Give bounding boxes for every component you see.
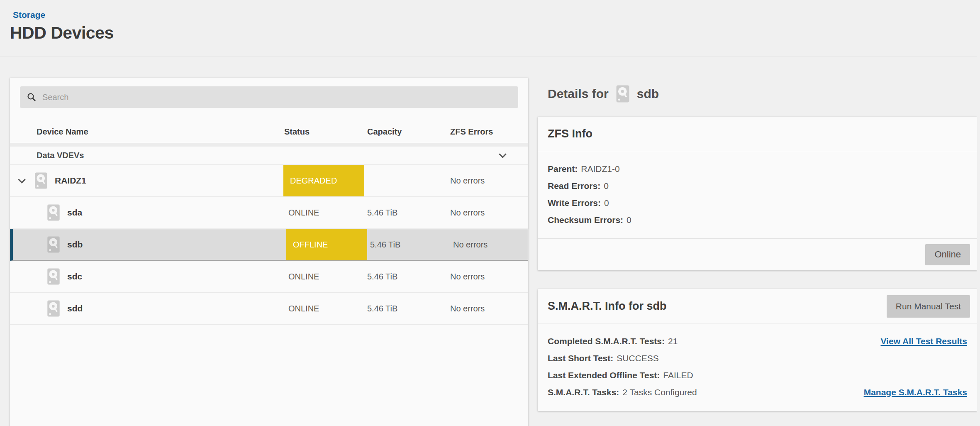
device-name: RAIDZ1	[55, 176, 86, 186]
status-value: ONLINE	[283, 261, 319, 292]
hdd-icon	[615, 85, 630, 103]
status-value: ONLINE	[283, 293, 319, 324]
page-title: HDD Devices	[10, 23, 114, 43]
column-header-status: Status	[283, 121, 367, 143]
group-label: Data VDEVs	[10, 147, 283, 164]
table-header-row: Device Name Status Capacity ZFS Errors	[10, 121, 528, 143]
zfs-checksum-errors-line: Checksum Errors:0	[548, 211, 967, 228]
online-button[interactable]: Online	[925, 244, 970, 265]
status-badge: DEGRADED	[283, 165, 364, 196]
zfs-errors-value: No errors	[453, 229, 528, 260]
table-row-sdb[interactable]: sdb OFFLINE 5.46 TiB No errors	[10, 229, 528, 261]
details-title-prefix: Details for	[548, 87, 609, 101]
capacity-value: 5.46 TiB	[370, 229, 453, 260]
search-box[interactable]	[20, 86, 518, 108]
column-header-capacity: Capacity	[367, 121, 450, 143]
details-header: Details for sdb	[548, 85, 659, 103]
search-icon	[27, 92, 37, 102]
table-row-sda[interactable]: sda ONLINE 5.46 TiB No errors	[10, 197, 528, 229]
search-input[interactable]	[42, 93, 512, 102]
device-name: sdd	[67, 304, 83, 313]
hdd-icon	[34, 172, 48, 189]
hdd-icon	[46, 268, 61, 285]
column-header-zfs-errors: ZFS Errors	[450, 121, 528, 143]
table-row-sdc[interactable]: sdc ONLINE 5.46 TiB No errors	[10, 261, 528, 293]
status-badge: OFFLINE	[286, 229, 367, 260]
zfs-parent-line: Parent:RAIDZ1-0	[548, 160, 967, 177]
capacity-value: 5.46 TiB	[367, 261, 450, 292]
group-row-data-vdevs[interactable]: Data VDEVs	[10, 147, 528, 165]
details-device-name: sdb	[637, 87, 659, 101]
capacity-value: 5.46 TiB	[367, 197, 450, 228]
zfs-write-errors-line: Write Errors:0	[548, 194, 967, 211]
hdd-icon	[46, 300, 61, 317]
zfs-errors-value: No errors	[450, 261, 528, 292]
zfs-read-errors-line: Read Errors:0	[548, 177, 967, 194]
table-row-sdd[interactable]: sdd ONLINE 5.46 TiB No errors	[10, 293, 528, 325]
zfs-info-card: ZFS Info Parent:RAIDZ1-0 Read Errors:0 W…	[538, 117, 977, 270]
column-header-device-name: Device Name	[10, 121, 283, 143]
capacity-value	[367, 165, 450, 196]
zfs-info-title: ZFS Info	[538, 127, 592, 140]
zfs-errors-value: No errors	[450, 293, 528, 324]
right-gutter	[977, 0, 980, 426]
smart-info-title: S.M.A.R.T. Info for sdb	[538, 300, 666, 313]
smart-tasks-line: S.M.A.R.T. Tasks:2 Tasks Configured Mana…	[548, 384, 967, 401]
zfs-errors-value: No errors	[450, 165, 528, 196]
manage-smart-tasks-link[interactable]: Manage S.M.A.R.T. Tasks	[864, 387, 967, 397]
chevron-down-icon[interactable]	[497, 150, 508, 162]
device-name: sda	[67, 208, 82, 218]
zfs-errors-value: No errors	[450, 197, 528, 228]
breadcrumb[interactable]: Storage	[13, 10, 45, 20]
smart-info-card: S.M.A.R.T. Info for sdb Run Manual Test …	[538, 289, 977, 411]
run-manual-test-button[interactable]: Run Manual Test	[887, 295, 970, 318]
header-divider	[0, 56, 980, 56]
table-header-strip	[10, 143, 528, 147]
table-row-raidz1[interactable]: RAIDZ1 DEGRADED No errors	[10, 165, 528, 197]
chevron-down-icon[interactable]	[16, 175, 27, 186]
device-list-card: Device Name Status Capacity ZFS Errors D…	[10, 78, 528, 426]
view-all-test-results-link[interactable]: View All Test Results	[880, 336, 967, 346]
hdd-icon	[46, 204, 61, 221]
smart-last-short-test-line: Last Short Test:SUCCESS	[548, 350, 967, 367]
smart-last-extended-test-line: Last Extended Offline Test:FAILED	[548, 367, 967, 384]
smart-completed-tests-line: Completed S.M.A.R.T. Tests:21 View All T…	[548, 333, 967, 350]
capacity-value: 5.46 TiB	[367, 293, 450, 324]
device-name: sdc	[67, 272, 82, 282]
device-table: Device Name Status Capacity ZFS Errors D…	[10, 121, 528, 325]
status-value: ONLINE	[283, 197, 319, 228]
hdd-icon	[46, 236, 61, 253]
device-name: sdb	[67, 240, 83, 250]
